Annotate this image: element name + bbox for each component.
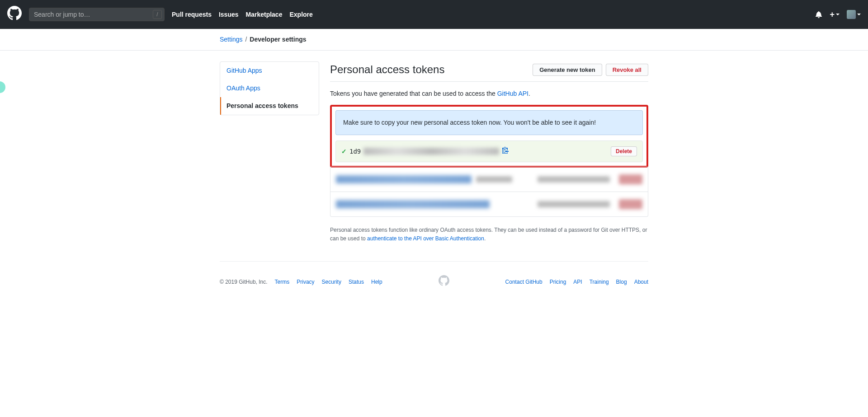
- token-action-redacted: [619, 199, 642, 209]
- breadcrumb-sep: /: [245, 36, 247, 43]
- github-api-link[interactable]: GitHub API: [497, 90, 528, 97]
- header-right: +: [815, 9, 861, 21]
- nav-pull-requests[interactable]: Pull requests: [172, 10, 212, 19]
- desc-post: .: [528, 90, 530, 97]
- nav-explore[interactable]: Explore: [289, 10, 312, 19]
- highlight-annotation: Make sure to copy your new personal acce…: [330, 105, 648, 168]
- settings-sidebar: GitHub Apps OAuth Apps Personal access t…: [220, 61, 319, 243]
- existing-tokens-list: [330, 167, 648, 217]
- foot-desc-post: .: [484, 235, 486, 242]
- plus-icon: +: [830, 9, 835, 21]
- global-header: / Pull requests Issues Marketplace Explo…: [0, 0, 868, 29]
- tokens-description: Tokens you have generated that can be us…: [330, 89, 648, 98]
- desc-pre: Tokens you have generated that can be us…: [330, 90, 497, 97]
- token-list-row: [330, 192, 648, 216]
- delete-token-button[interactable]: Delete: [611, 146, 637, 156]
- footer-pricing[interactable]: Pricing: [550, 278, 566, 286]
- footer-api[interactable]: API: [573, 278, 582, 286]
- footer-status[interactable]: Status: [349, 278, 364, 286]
- nav-issues[interactable]: Issues: [219, 10, 239, 19]
- breadcrumb-current: Developer settings: [250, 36, 306, 43]
- token-name-redacted: [336, 175, 472, 183]
- github-logo-footer-icon[interactable]: [439, 281, 449, 287]
- footer-terms[interactable]: Terms: [275, 278, 290, 286]
- chevron-down-icon: [857, 14, 861, 15]
- avatar: [847, 10, 856, 19]
- breadcrumb-settings[interactable]: Settings: [220, 36, 243, 43]
- user-menu-dropdown[interactable]: [847, 10, 861, 19]
- page-title: Personal access tokens: [330, 61, 533, 78]
- site-footer: © 2019 GitHub, Inc. Terms Privacy Securi…: [220, 261, 648, 302]
- footer-privacy[interactable]: Privacy: [297, 278, 314, 286]
- primary-nav: Pull requests Issues Marketplace Explore: [172, 10, 313, 19]
- footer-training[interactable]: Training: [590, 278, 609, 286]
- copyright: © 2019 GitHub, Inc.: [220, 278, 268, 286]
- copy-token-icon[interactable]: [502, 146, 509, 156]
- breadcrumb-bar: Settings / Developer settings: [0, 29, 868, 51]
- copy-token-warning: Make sure to copy your new personal acce…: [335, 110, 643, 135]
- create-new-dropdown[interactable]: +: [830, 9, 840, 21]
- edge-decoration: [0, 81, 5, 93]
- github-logo-icon[interactable]: [7, 6, 22, 23]
- chevron-down-icon: [836, 14, 840, 15]
- token-value-prefix: 1d9: [349, 147, 361, 156]
- nav-marketplace[interactable]: Marketplace: [246, 10, 283, 19]
- token-name-redacted: [336, 200, 490, 208]
- generate-token-button[interactable]: Generate new token: [533, 64, 602, 76]
- sidebar-item-pat: Personal access tokens: [220, 97, 319, 115]
- footer-help[interactable]: Help: [371, 278, 382, 286]
- basic-auth-link[interactable]: authenticate to the API over Basic Authe…: [367, 235, 484, 242]
- footer-blog[interactable]: Blog: [616, 278, 627, 286]
- new-token-row: ✓ 1d9 Delete: [335, 141, 643, 162]
- footer-security[interactable]: Security: [322, 278, 341, 286]
- token-meta-redacted: [476, 176, 512, 183]
- sidebar-item-github-apps[interactable]: GitHub Apps: [220, 62, 319, 80]
- slash-key-hint: /: [153, 10, 162, 19]
- notifications-icon[interactable]: [815, 11, 822, 18]
- check-icon: ✓: [341, 147, 347, 156]
- token-value-redacted: [363, 148, 499, 155]
- search-input[interactable]: [29, 8, 165, 21]
- token-date-redacted: [538, 176, 610, 183]
- token-action-redacted: [619, 174, 642, 184]
- search-wrapper: /: [29, 8, 165, 21]
- footer-contact[interactable]: Contact GitHub: [505, 278, 542, 286]
- footer-about[interactable]: About: [634, 278, 648, 286]
- sidebar-item-oauth-apps[interactable]: OAuth Apps: [220, 80, 319, 97]
- tokens-footer-description: Personal access tokens function like ord…: [330, 226, 648, 243]
- main-content: Personal access tokens Generate new toke…: [330, 61, 648, 243]
- token-list-row: [330, 167, 648, 192]
- revoke-all-button[interactable]: Revoke all: [606, 64, 648, 76]
- token-date-redacted: [538, 201, 610, 207]
